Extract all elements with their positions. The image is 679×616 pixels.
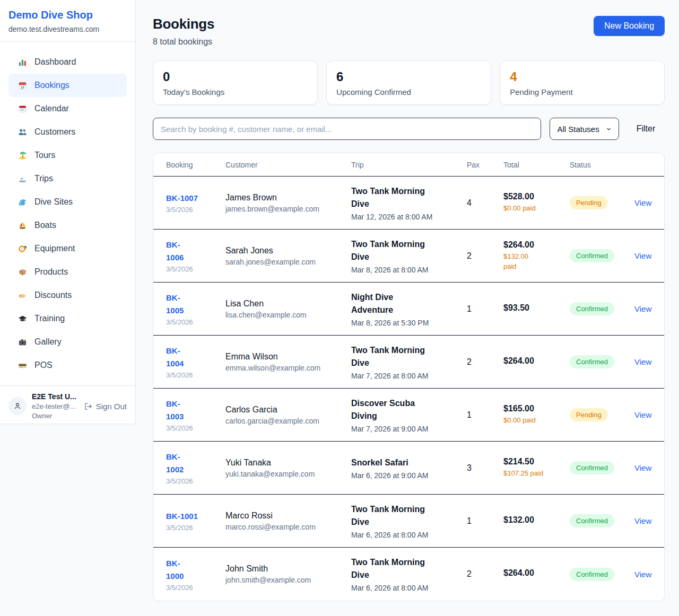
credit-card-icon — [17, 360, 28, 370]
sidebar-nav: Dashboard 17 Bookings Calendar Customers… — [0, 42, 135, 385]
sidebar-item-label: Bookings — [34, 81, 69, 90]
filter-button[interactable]: Filter — [637, 124, 656, 134]
view-link[interactable]: View — [634, 410, 651, 419]
sidebar-item-gallery[interactable]: Gallery — [8, 330, 127, 354]
sidebar-item-label: Gallery — [34, 337, 62, 347]
booking-number-link[interactable]: BK-1006 — [166, 239, 188, 264]
view-link[interactable]: View — [634, 357, 651, 366]
svg-text:17: 17 — [21, 85, 24, 89]
booking-date: 3/5/2026 — [166, 318, 225, 326]
shop-name: Demo Dive Shop — [8, 9, 127, 21]
column-header-booking: Booking — [166, 161, 225, 169]
filter-controls: All Statuses Filter — [153, 118, 665, 140]
booking-date: 3/5/2026 — [166, 371, 225, 379]
sidebar-item-pos[interactable]: POS — [8, 354, 127, 377]
total-amount: $264.00 — [503, 568, 570, 578]
table-row: BK-10053/5/2026 Lisa Chenlisa.chen@examp… — [153, 283, 664, 336]
sidebar-item-label: Training — [34, 314, 65, 323]
sailboat-icon — [17, 221, 28, 230]
sidebar-item-products[interactable]: Products — [8, 260, 127, 284]
trip-name: Discover Scuba Diving — [351, 397, 435, 423]
status-badge: Confirmed — [570, 302, 614, 315]
user-info: E2E Test U... e2e-tester@... Owner — [32, 392, 79, 420]
paid-amount: $0.00 paid — [503, 204, 570, 214]
sidebar-item-calendar[interactable]: Calendar — [8, 97, 127, 120]
graduation-cap-icon — [17, 314, 28, 323]
stat-card-todays-bookings: 0 Today's Bookings — [153, 60, 318, 105]
customer-email: carlos.garcia@example.com — [225, 417, 351, 425]
search-input[interactable] — [153, 118, 541, 140]
customer-name: Carlos Garcia — [225, 405, 351, 415]
customer-name: John Smith — [225, 564, 351, 574]
booking-number-link[interactable]: BK-1005 — [166, 292, 188, 317]
trip-datetime: Mar 6, 2026 at 8:00 AM — [351, 584, 467, 592]
sign-out-button[interactable]: Sign Out — [84, 402, 127, 411]
trip-datetime: Mar 8, 2026 at 8:00 AM — [351, 266, 467, 274]
page-header: Bookings 8 total bookings New Booking — [153, 16, 665, 47]
booking-date: 3/5/2026 — [166, 424, 225, 432]
sidebar-item-label: Dashboard — [34, 57, 76, 67]
customer-email: sarah.jones@example.com — [225, 258, 351, 266]
sidebar-item-customers[interactable]: Customers — [8, 120, 127, 144]
column-header-pax: Pax — [467, 161, 503, 169]
view-link[interactable]: View — [634, 304, 651, 313]
sidebar-item-dive-sites[interactable]: Dive Sites — [8, 190, 127, 214]
user-role: Owner — [32, 412, 79, 420]
wave-icon — [17, 197, 28, 207]
sidebar-item-equipment[interactable]: Equipment — [8, 237, 127, 260]
view-link[interactable]: View — [634, 251, 651, 260]
booking-date: 3/5/2026 — [166, 206, 225, 214]
stats-row: 0 Today's Bookings 6 Upcoming Confirmed … — [153, 60, 665, 105]
status-badge: Confirmed — [570, 461, 614, 474]
trip-name: Two Tank Morning Dive — [351, 503, 435, 529]
new-booking-button[interactable]: New Booking — [594, 16, 665, 36]
booking-number-link[interactable]: BK-1002 — [166, 451, 188, 476]
stat-label: Pending Payment — [510, 87, 655, 96]
customer-email: john.smith@example.com — [225, 576, 351, 584]
customer-name: Lisa Chen — [225, 299, 351, 309]
paid-amount: $0.00 paid — [503, 416, 570, 426]
sidebar-item-boats[interactable]: Boats — [8, 214, 127, 237]
sidebar-item-label: Calendar — [34, 104, 69, 113]
booking-number-link[interactable]: BK-1001 — [166, 510, 225, 523]
view-link[interactable]: View — [634, 516, 651, 525]
customer-name: Yuki Tanaka — [225, 458, 351, 468]
booking-number-link[interactable]: BK-1007 — [166, 192, 225, 205]
stat-card-pending-payment: 4 Pending Payment — [500, 60, 665, 105]
pax-count: 3 — [467, 463, 503, 473]
customer-email: james.brown@example.com — [225, 205, 351, 213]
status-badge: Confirmed — [570, 249, 614, 262]
package-icon — [17, 267, 28, 277]
booking-number-link[interactable]: BK-1003 — [166, 398, 188, 423]
chevron-down-icon — [606, 126, 612, 132]
sidebar-item-trips[interactable]: Trips — [8, 167, 127, 190]
shop-domain: demo.test.divestreams.com — [8, 25, 127, 33]
booking-number-link[interactable]: BK-1000 — [166, 557, 188, 583]
trip-datetime: Mar 6, 2026 at 9:00 AM — [351, 471, 467, 480]
customer-email: marco.rossi@example.com — [225, 523, 351, 531]
booking-number-link[interactable]: BK-1004 — [166, 345, 188, 370]
sidebar-item-label: Discounts — [34, 291, 72, 300]
customer-name: Marco Rossi — [225, 511, 351, 521]
total-amount: $165.00 — [503, 404, 570, 413]
view-link[interactable]: View — [634, 198, 651, 207]
sidebar-item-bookings[interactable]: 17 Bookings — [8, 74, 127, 97]
sidebar-item-tours[interactable]: Tours — [8, 144, 127, 167]
trip-datetime: Mar 7, 2026 at 8:00 AM — [351, 372, 467, 380]
status-badge: Confirmed — [570, 355, 614, 368]
user-name: E2E Test U... — [32, 392, 79, 401]
sidebar-item-discounts[interactable]: Discounts — [8, 284, 127, 307]
status-filter-select[interactable]: All Statuses — [550, 118, 619, 140]
speedboat-icon — [17, 174, 28, 183]
page-subtitle: 8 total bookings — [153, 37, 214, 47]
tear-off-calendar-icon — [17, 104, 28, 113]
stat-value: 4 — [510, 70, 655, 84]
pax-count: 4 — [467, 198, 503, 208]
view-link[interactable]: View — [634, 570, 651, 579]
view-link[interactable]: View — [634, 463, 651, 472]
calendar-date-icon: 17 — [17, 81, 28, 90]
trip-datetime: Mar 12, 2026 at 8:00 AM — [351, 213, 467, 221]
sidebar-item-training[interactable]: Training — [8, 307, 127, 330]
sidebar-item-dashboard[interactable]: Dashboard — [8, 50, 127, 74]
customer-email: yuki.tanaka@example.com — [225, 470, 351, 478]
